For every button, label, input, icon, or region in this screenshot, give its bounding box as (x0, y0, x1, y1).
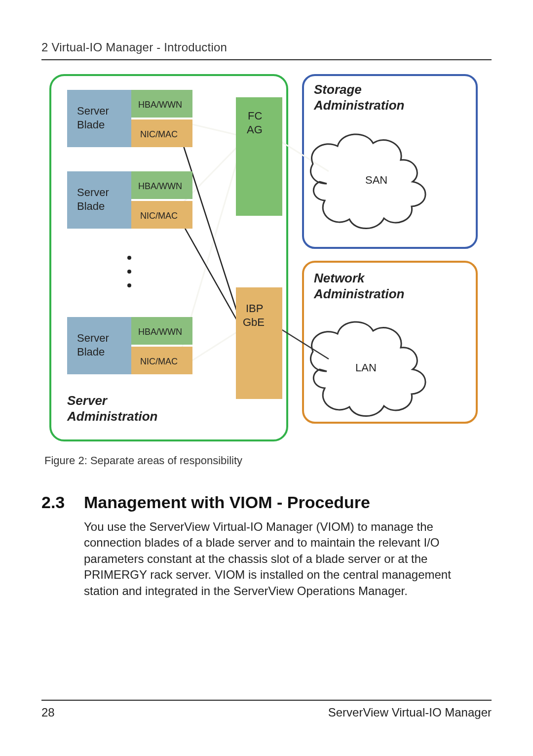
page-footer: 28 ServerView Virtual-IO Manager (41, 700, 492, 719)
ellipsis-icon (127, 256, 131, 287)
figure-diagram: Server Blade HBA/WWN NIC/MAC Server Blad… (41, 70, 486, 445)
nic-label-1: NIC/MAC (140, 129, 178, 139)
fc-ag-box: FC AG (236, 97, 282, 216)
svg-line-5 (182, 223, 238, 322)
svg-text:Blade: Blade (77, 346, 105, 358)
svg-text:Server: Server (77, 186, 109, 199)
lan-cloud-icon: LAN (311, 322, 425, 416)
nic-label-2: NIC/MAC (140, 211, 178, 221)
server-blade-3: Server Blade HBA/WWN NIC/MAC (67, 317, 192, 374)
svg-point-17 (127, 270, 131, 274)
hba-label-2: HBA/WWN (138, 181, 182, 191)
svg-text:FC: FC (248, 110, 262, 122)
server-admin-label-2: Administration (67, 409, 157, 424)
svg-text:Blade: Blade (77, 119, 105, 131)
server-blade-2: Server Blade HBA/WWN NIC/MAC (67, 171, 192, 229)
figure-caption: Figure 2: Separate areas of responsibili… (44, 454, 492, 467)
section-body: You use the ServerView Virtual-IO Manage… (84, 519, 489, 599)
network-admin-label-2: Administration (313, 286, 404, 301)
svg-text:IBP: IBP (246, 302, 263, 315)
hba-label-1: HBA/WWN (138, 100, 182, 110)
server-admin-label: Server (67, 393, 108, 408)
footer-doc-title: ServerView Virtual-IO Manager (328, 706, 492, 719)
network-admin-label: Network (314, 271, 365, 285)
section-heading: 2.3 Management with VIOM - Procedure (41, 493, 492, 512)
figure-container: Server Blade HBA/WWN NIC/MAC Server Blad… (41, 70, 492, 445)
ibp-gbe-box: IBP GbE (236, 287, 282, 399)
san-label: SAN (365, 174, 387, 186)
svg-text:AG: AG (247, 123, 263, 136)
footer-rule (41, 700, 492, 701)
section-title: Management with VIOM - Procedure (84, 493, 370, 512)
hba-label-3: HBA/WWN (138, 327, 182, 337)
svg-text:Server: Server (77, 332, 109, 344)
svg-point-18 (127, 283, 131, 287)
ibp-to-lan-line (281, 329, 329, 359)
fc-to-san-line (281, 142, 329, 171)
section-number: 2.3 (41, 493, 84, 512)
svg-point-16 (127, 256, 131, 260)
connection-lines-dark (182, 142, 238, 322)
network-admin-box (303, 262, 477, 423)
storage-admin-label-2: Administration (313, 98, 404, 113)
header-rule (41, 59, 492, 60)
svg-text:GbE: GbE (243, 316, 265, 328)
storage-admin-label: Storage (314, 82, 362, 97)
svg-text:Server: Server (77, 105, 109, 117)
san-cloud-icon: SAN (311, 134, 425, 229)
server-blade-1: Server Blade HBA/WWN NIC/MAC (67, 90, 192, 147)
running-head: 2 Virtual-IO Manager - Introduction (41, 40, 492, 54)
nic-label-3: NIC/MAC (140, 357, 178, 366)
svg-text:Blade: Blade (77, 200, 105, 212)
page: 2 Virtual-IO Manager - Introduction (0, 0, 533, 756)
page-number: 28 (41, 706, 55, 719)
lan-label: LAN (355, 361, 377, 374)
